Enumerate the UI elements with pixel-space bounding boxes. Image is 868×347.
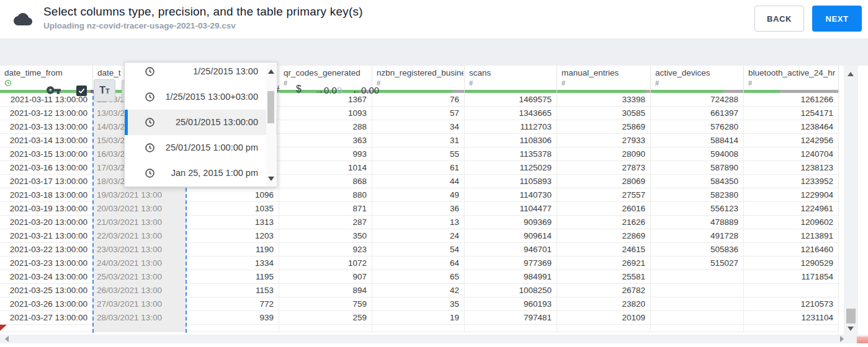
- decrease-precision-button[interactable]: ←0.00: [352, 85, 379, 95]
- table-cell[interactable]: 64: [372, 257, 465, 270]
- menu-scrollbar[interactable]: [266, 63, 276, 186]
- table-cell[interactable]: 21626: [557, 216, 651, 229]
- table-cell[interactable]: 287: [279, 216, 372, 229]
- table-cell[interactable]: 1343665: [465, 107, 557, 120]
- table-cell[interactable]: 759: [279, 297, 372, 311]
- column-header-scans[interactable]: scans#: [465, 66, 557, 93]
- table-cell[interactable]: 363: [279, 134, 372, 147]
- horizontal-scroll-thumb[interactable]: [857, 336, 868, 343]
- table-cell[interactable]: 797481: [465, 311, 557, 325]
- table-cell[interactable]: 30585: [557, 107, 651, 120]
- table-cell[interactable]: 2021-03-16 13:00:00: [0, 161, 93, 175]
- table-cell[interactable]: 23/03/2021 13:00: [93, 243, 186, 257]
- table-cell[interactable]: [651, 297, 744, 311]
- table-cell[interactable]: 2021-03-26 13:00:00: [0, 297, 93, 311]
- table-cell[interactable]: 54: [372, 243, 465, 257]
- table-cell[interactable]: [651, 311, 744, 325]
- table-cell[interactable]: 2021-03-13 13:00:00: [0, 120, 93, 134]
- table-cell[interactable]: 26782: [557, 284, 651, 297]
- table-cell[interactable]: 1072: [279, 257, 372, 270]
- table-cell[interactable]: 1035: [186, 202, 279, 216]
- table-cell[interactable]: 2021-03-15 13:00:00: [0, 147, 93, 161]
- menu-scroll-thumb[interactable]: [267, 91, 274, 123]
- scroll-up-icon[interactable]: [848, 72, 854, 76]
- table-cell[interactable]: 923: [279, 243, 372, 257]
- column-header-active_devices[interactable]: active_devices#: [651, 66, 744, 93]
- table-cell[interactable]: 288: [279, 120, 372, 134]
- table-cell[interactable]: 880: [279, 188, 372, 202]
- primary-key-icon[interactable]: [46, 86, 61, 95]
- table-cell[interactable]: 25/03/2021 13:00: [93, 270, 186, 284]
- table-cell[interactable]: 1334: [186, 257, 279, 270]
- table-cell[interactable]: 1261266: [744, 93, 839, 107]
- table-cell[interactable]: 28/03/2021 13:00: [93, 311, 186, 325]
- table-cell[interactable]: 1242956: [744, 134, 839, 147]
- table-cell[interactable]: 1125029: [465, 161, 557, 175]
- table-cell[interactable]: 27873: [557, 161, 651, 175]
- table-cell[interactable]: 2021-03-25 13:00:00: [0, 284, 93, 297]
- table-cell[interactable]: 1105893: [465, 175, 557, 188]
- table-cell[interactable]: 1153: [186, 284, 279, 297]
- table-cell[interactable]: 350: [279, 229, 372, 243]
- table-cell[interactable]: [651, 270, 744, 284]
- table-cell[interactable]: 576280: [651, 120, 744, 134]
- table-cell[interactable]: 34: [372, 120, 465, 134]
- table-cell[interactable]: 26/03/2021 13:00: [93, 284, 186, 297]
- table-cell[interactable]: 31: [372, 134, 465, 147]
- column-header-bluetooth_active_24_hr_[interactable]: bluetooth_active_24_hr_#: [744, 66, 839, 93]
- date-format-option[interactable]: 1/25/2015 13:00+03:00: [125, 84, 277, 110]
- table-cell[interactable]: 26016: [557, 202, 651, 216]
- table-cell[interactable]: 23820: [557, 297, 651, 311]
- column-header-nzbn_registered_busine[interactable]: nzbn_registered_busine#: [372, 66, 465, 93]
- table-cell[interactable]: 21/03/2021 13:00: [93, 216, 186, 229]
- date-format-option[interactable]: 1/25/2015 13:00: [125, 62, 277, 84]
- table-cell[interactable]: 27/03/2021 13:00: [93, 297, 186, 311]
- table-cell[interactable]: 25869: [557, 120, 651, 134]
- table-cell[interactable]: 1290529: [744, 257, 839, 270]
- table-cell[interactable]: 26921: [557, 257, 651, 270]
- table-cell[interactable]: 1096: [186, 188, 279, 202]
- table-cell[interactable]: 2021-03-22 13:00:00: [0, 243, 93, 257]
- table-cell[interactable]: 582380: [651, 188, 744, 202]
- table-cell[interactable]: 33398: [557, 93, 651, 107]
- horizontal-scrollbar[interactable]: [0, 335, 868, 343]
- table-cell[interactable]: 772: [186, 297, 279, 311]
- table-cell[interactable]: 1135378: [465, 147, 557, 161]
- table-cell[interactable]: 2021-03-23 13:00:00: [0, 257, 93, 270]
- table-cell[interactable]: 894: [279, 284, 372, 297]
- table-cell[interactable]: [651, 284, 744, 297]
- vertical-scroll-thumb[interactable]: [846, 309, 856, 323]
- table-cell[interactable]: 515027: [651, 257, 744, 270]
- table-cell[interactable]: 22/03/2021 13:00: [93, 229, 186, 243]
- menu-scroll-up-icon[interactable]: [268, 69, 274, 74]
- table-cell[interactable]: 1213891: [744, 229, 839, 243]
- table-cell[interactable]: 491728: [651, 229, 744, 243]
- table-cell[interactable]: 1104477: [465, 202, 557, 216]
- table-cell[interactable]: 28090: [557, 147, 651, 161]
- table-cell[interactable]: 1210573: [744, 297, 839, 311]
- back-button[interactable]: BACK: [754, 6, 804, 32]
- table-cell[interactable]: 661397: [651, 107, 744, 120]
- scroll-left-icon[interactable]: [5, 336, 9, 342]
- table-cell[interactable]: 909614: [465, 229, 557, 243]
- table-cell[interactable]: 19/03/2021 13:00: [93, 188, 186, 202]
- table-cell[interactable]: 584350: [651, 175, 744, 188]
- table-cell[interactable]: 1171854: [744, 270, 839, 284]
- table-cell[interactable]: 1190: [186, 243, 279, 257]
- table-cell[interactable]: 1238123: [744, 161, 839, 175]
- table-cell[interactable]: 1203: [186, 229, 279, 243]
- include-column-checkbox[interactable]: [76, 86, 87, 96]
- scroll-right-icon[interactable]: [840, 336, 844, 342]
- table-cell[interactable]: 907: [279, 270, 372, 284]
- table-cell[interactable]: 20/03/2021 13:00: [93, 202, 186, 216]
- table-cell[interactable]: 49: [372, 188, 465, 202]
- table-cell[interactable]: 55: [372, 147, 465, 161]
- text-type-button[interactable]: TT: [94, 79, 115, 102]
- table-cell[interactable]: 1209602: [744, 216, 839, 229]
- date-format-option[interactable]: 25/01/2015 13:00:00: [125, 110, 277, 135]
- table-cell[interactable]: 24/03/2021 13:00: [93, 257, 186, 270]
- table-cell[interactable]: 28069: [557, 175, 651, 188]
- table-cell[interactable]: 1140730: [465, 188, 557, 202]
- table-cell[interactable]: 27557: [557, 188, 651, 202]
- table-cell[interactable]: 1216460: [744, 243, 839, 257]
